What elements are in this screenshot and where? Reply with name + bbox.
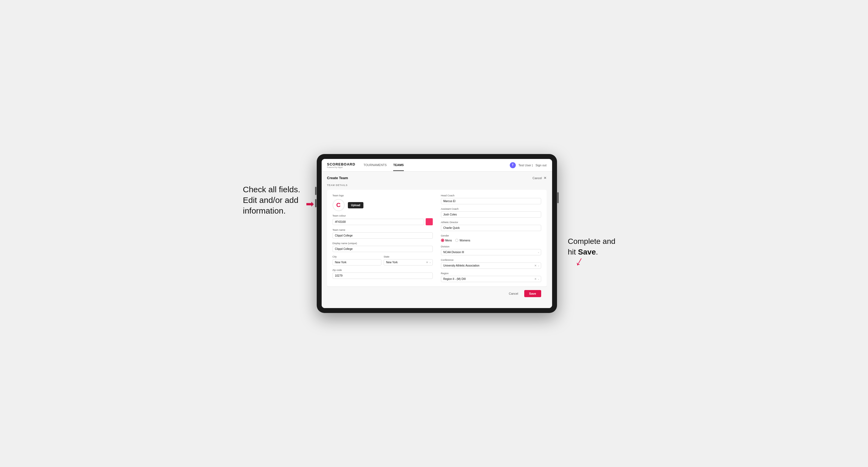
head-coach-label: Head Coach [441, 194, 541, 197]
state-group: State New York ✕ ⌄ [383, 255, 433, 266]
user-name: Test User | [519, 164, 533, 167]
region-select-wrapper: Region II - (M) DIII ✕ ⌄ [441, 276, 541, 282]
division-select[interactable]: NCAA Division III [441, 249, 541, 255]
close-icon: ✕ [544, 176, 547, 180]
display-name-group: Display name (unique) [333, 242, 433, 252]
division-label: Division [441, 245, 541, 248]
conference-group: Conference University Athletic Associati… [441, 259, 541, 269]
colour-input-row [333, 218, 433, 225]
team-name-input[interactable] [333, 232, 433, 239]
form-body: Team logo C Upload Team colour [327, 190, 547, 286]
city-state-row: City State New York [333, 255, 433, 266]
state-chevron-icon[interactable]: ⌄ [429, 261, 431, 263]
athletic-director-label: Athletic Director [441, 221, 541, 224]
screen: SCOREBOARD Powered by clippd TOURNAMENTS… [322, 159, 552, 308]
gender-row: Mens Womens [441, 239, 541, 242]
display-name-input[interactable] [333, 246, 433, 252]
zip-label: Zip code [333, 269, 433, 272]
display-name-label: Display name (unique) [333, 242, 433, 245]
assistant-coach-group: Assistant Coach [441, 208, 541, 218]
gender-mens-option[interactable]: Mens [441, 239, 452, 242]
section-label: TEAM DETAILS [327, 184, 547, 187]
tablet-device: SCOREBOARD Powered by clippd TOURNAMENTS… [317, 154, 557, 313]
city-group: City [333, 255, 382, 266]
conference-label: Conference [441, 259, 541, 261]
team-name-group: Team name [333, 228, 433, 239]
logo-area: C Upload [333, 199, 433, 211]
colour-swatch[interactable] [426, 218, 433, 225]
city-label: City [333, 255, 382, 258]
gender-mens-radio[interactable] [441, 239, 444, 242]
state-label: State [383, 255, 433, 258]
sign-out-link[interactable]: Sign out [535, 164, 546, 167]
team-colour-label: Team colour [333, 214, 433, 217]
gender-womens-radio[interactable] [455, 239, 459, 242]
athletic-director-group: Athletic Director [441, 221, 541, 231]
footer-cancel-button[interactable]: Cancel [506, 290, 522, 297]
team-logo-label: Team logo [333, 194, 433, 197]
state-select-wrapper: New York ✕ ⌄ [383, 259, 433, 266]
division-select-wrapper: NCAA Division III ⌄ [441, 249, 541, 255]
city-state-group: City State New York [333, 255, 433, 266]
right-annotation: Complete and hit Save. ↓ [568, 154, 625, 282]
main-content: Create Team Cancel ✕ TEAM DETAILS Team l… [322, 172, 552, 308]
state-select[interactable]: New York [383, 259, 433, 266]
nav-user-area: T Test User | Sign out [510, 162, 547, 168]
state-clear-icon[interactable]: ✕ [426, 261, 428, 264]
team-logo-group: Team logo C Upload [333, 194, 433, 211]
conference-select-wrapper: University Athletic Association ✕ ⌄ [441, 262, 541, 269]
gender-womens-option[interactable]: Womens [455, 239, 470, 242]
avatar: T [510, 162, 516, 168]
upload-button[interactable]: Upload [348, 202, 364, 208]
division-group: Division NCAA Division III ⌄ [441, 245, 541, 255]
nav-bar: SCOREBOARD Powered by clippd TOURNAMENTS… [322, 159, 552, 172]
assistant-coach-input[interactable] [441, 211, 541, 218]
athletic-director-input[interactable] [441, 225, 541, 231]
gender-group: Gender Mens Womens [441, 234, 541, 242]
assistant-coach-label: Assistant Coach [441, 208, 541, 210]
team-name-label: Team name [333, 228, 433, 231]
zip-input[interactable] [333, 273, 433, 279]
form-header: Create Team Cancel ✕ [327, 176, 547, 180]
region-clear-icon[interactable]: ✕ [534, 278, 536, 280]
zip-code-group: Zip code [333, 269, 433, 279]
city-input[interactable] [333, 259, 382, 266]
cancel-x-button[interactable]: Cancel ✕ [532, 176, 546, 180]
left-column: Team logo C Upload Team colour [333, 194, 433, 282]
conference-chevron-icon[interactable]: ⌄ [538, 264, 539, 267]
form-footer: Cancel Save [327, 286, 547, 301]
save-button[interactable]: Save [524, 290, 541, 297]
gender-label: Gender [441, 234, 541, 237]
right-column: Head Coach Assistant Coach Athletic Dire… [441, 194, 541, 282]
team-colour-input[interactable] [333, 219, 424, 225]
region-group: Region Region II - (M) DIII ✕ ⌄ [441, 272, 541, 282]
division-chevron-icon[interactable]: ⌄ [538, 251, 539, 253]
region-select[interactable]: Region II - (M) DIII [441, 276, 541, 282]
region-chevron-icon[interactable]: ⌄ [538, 278, 539, 280]
logo-circle: C [333, 199, 345, 211]
nav-link-tournaments[interactable]: TOURNAMENTS [364, 159, 386, 171]
nav-logo: SCOREBOARD Powered by clippd [327, 162, 355, 168]
left-annotation: Check all fields. Edit and/or add inform… [243, 154, 306, 216]
conference-clear-icon[interactable]: ✕ [534, 264, 536, 267]
team-colour-group: Team colour [333, 214, 433, 225]
region-label: Region [441, 272, 541, 275]
form-title: Create Team [327, 176, 348, 180]
nav-link-teams[interactable]: TEAMS [393, 159, 404, 171]
head-coach-group: Head Coach [441, 194, 541, 204]
head-coach-input[interactable] [441, 198, 541, 204]
conference-select[interactable]: University Athletic Association [441, 262, 541, 269]
nav-links: TOURNAMENTS TEAMS [364, 159, 509, 171]
